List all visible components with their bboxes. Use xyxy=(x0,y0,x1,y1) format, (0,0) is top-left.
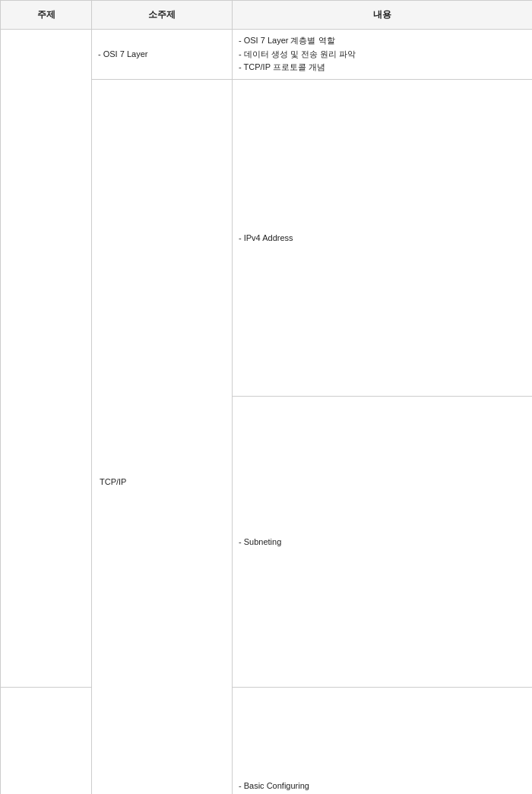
table-row: Basic Configuring- Basic Configuring- Ro… xyxy=(1,687,533,794)
sub-category: - IPv4 Address xyxy=(233,79,533,397)
table-row: - OSI 7 Layer- OSI 7 Layer 계층별 역할- 데이터 생… xyxy=(1,30,533,80)
main-category: Basic Configuring xyxy=(1,687,92,794)
description: - OSI 7 Layer 계층별 역할- 데이터 생성 및 전송 원리 파악-… xyxy=(233,30,533,80)
header-main: 주제 xyxy=(1,1,92,30)
header-sub: 소주제 xyxy=(92,1,233,30)
sub-category: - Subneting xyxy=(233,397,533,687)
main-category: TCP/IP xyxy=(92,79,233,794)
sub-category: - Basic Configuring xyxy=(233,687,533,794)
desc-item: - TCP/IP 프로토콜 개념 xyxy=(239,61,526,74)
header-desc: 내용 xyxy=(233,1,533,30)
desc-item: - 데이터 생성 및 전송 원리 파악 xyxy=(239,48,526,62)
curriculum-table: 주제 소주제 내용 - OSI 7 Layer- OSI 7 Layer 계층별… xyxy=(0,0,532,794)
sub-category: - OSI 7 Layer xyxy=(92,30,233,80)
desc-item: - OSI 7 Layer 계층별 역할 xyxy=(239,34,526,48)
main-category xyxy=(1,30,92,688)
